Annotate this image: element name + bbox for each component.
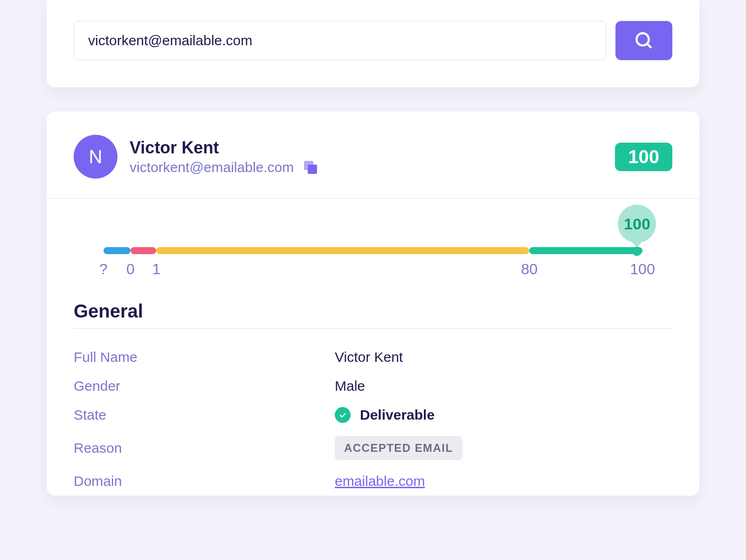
reason-chip: ACCEPTED EMAIL — [335, 436, 463, 460]
row-reason: Reason ACCEPTED EMAIL — [74, 429, 672, 467]
divider — [74, 328, 672, 329]
scale-segment-high — [529, 247, 642, 254]
scale-tick: 1 — [152, 261, 160, 278]
avatar: N — [74, 135, 117, 179]
email-search-input[interactable] — [74, 21, 606, 60]
label-reason: Reason — [74, 440, 335, 456]
svg-point-0 — [636, 33, 649, 45]
svg-line-1 — [647, 44, 651, 48]
label-domain: Domain — [74, 473, 335, 489]
scale-ticks: ?0180100 — [104, 261, 642, 279]
result-email: victorkent@emailable.com — [130, 159, 294, 175]
search-button[interactable] — [615, 21, 672, 60]
label-state: State — [74, 407, 335, 423]
result-name: Victor Kent — [130, 138, 317, 158]
scale-tick: ? — [99, 261, 108, 278]
label-gender: Gender — [74, 378, 335, 394]
label-full-name: Full Name — [74, 349, 335, 365]
result-card: N Victor Kent victorkent@emailable.com 1… — [47, 111, 699, 496]
row-full-name: Full Name Victor Kent — [74, 343, 672, 372]
copy-icon[interactable] — [304, 161, 317, 174]
score-bubble: 100 — [618, 205, 656, 243]
scale-segment-unknown — [104, 247, 131, 254]
result-header: N Victor Kent victorkent@emailable.com 1… — [47, 111, 699, 199]
check-icon — [335, 407, 351, 423]
value-gender: Male — [335, 378, 365, 394]
scale-tick: 0 — [126, 261, 135, 278]
score-scale: 100 ?0180100 — [74, 247, 672, 279]
value-state: Deliverable — [360, 407, 435, 423]
scale-segment-low — [131, 247, 156, 254]
score-badge: 100 — [615, 143, 672, 171]
search-icon — [634, 31, 654, 50]
search-card — [47, 0, 699, 87]
row-domain: Domain emailable.com — [74, 467, 672, 496]
score-marker — [632, 247, 642, 256]
identity-block: N Victor Kent victorkent@emailable.com — [74, 135, 317, 179]
scale-tick: 80 — [521, 261, 538, 278]
value-full-name: Victor Kent — [335, 349, 403, 365]
section-title-general: General — [74, 301, 672, 322]
scale-segment-mid — [156, 247, 529, 254]
domain-link[interactable]: emailable.com — [335, 473, 425, 489]
row-gender: Gender Male — [74, 372, 672, 401]
scale-tick: 100 — [630, 261, 655, 278]
row-state: State Deliverable — [74, 401, 672, 429]
